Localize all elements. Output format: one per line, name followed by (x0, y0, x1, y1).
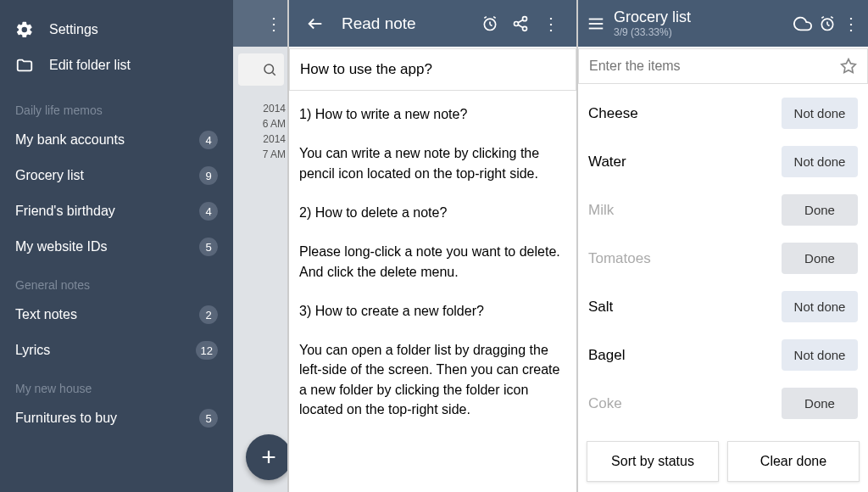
share-icon[interactable] (512, 15, 529, 32)
svg-point-9 (515, 21, 519, 25)
svg-point-8 (523, 16, 527, 20)
add-note-fab[interactable]: + (246, 434, 289, 480)
progress-subtitle: 3/9 (33.33%) (614, 26, 793, 38)
count-badge: 2 (199, 305, 218, 324)
add-item-input[interactable] (589, 59, 840, 74)
footer-buttons: Sort by status Clear done (578, 434, 868, 492)
folder-item[interactable]: Friend's birthday4 (0, 193, 233, 229)
folder-item[interactable]: Text notes2 (0, 297, 233, 333)
more-icon[interactable]: ⋮ (843, 14, 860, 34)
note-body: 1) How to write a new note? You can writ… (289, 92, 576, 431)
count-badge: 5 (199, 409, 218, 428)
section-title: My new house (0, 382, 233, 395)
list-item: CheeseNot done (587, 89, 860, 137)
svg-point-0 (264, 64, 274, 74)
hidden-list-strip: ⋮ 2014 6 AM 2014 7 AM (233, 0, 289, 492)
svg-line-12 (518, 20, 523, 22)
count-badge: 4 (199, 131, 218, 149)
read-note-toolbar: Read note ⋮ (289, 0, 576, 47)
item-label: Coke (588, 395, 622, 412)
svg-line-18 (827, 24, 830, 25)
edit-folder-row[interactable]: Edit folder list (15, 48, 218, 83)
toolbar-title: Read note (342, 14, 475, 33)
svg-line-5 (490, 24, 492, 25)
svg-line-6 (484, 16, 487, 18)
folder-label: My website IDs (15, 239, 107, 254)
cloud-icon[interactable] (793, 14, 812, 33)
section-title: Daily life memos (0, 103, 233, 117)
folder-label: Text notes (15, 307, 77, 322)
svg-line-1 (272, 72, 275, 75)
settings-label: Settings (49, 22, 98, 37)
pane-drawer: ⋮ 2014 6 AM 2014 7 AM Settings (0, 0, 289, 492)
svg-point-10 (523, 26, 527, 31)
folder-label: Friend's birthday (15, 204, 115, 219)
folder-label: Grocery list (15, 168, 84, 183)
sort-button[interactable]: Sort by status (587, 441, 719, 482)
list-item: VinegarNot done (587, 428, 860, 434)
alarm-icon[interactable] (819, 15, 836, 32)
title-block: Grocery list 3/9 (33.33%) (614, 8, 793, 38)
clear-done-button[interactable]: Clear done (727, 441, 860, 482)
status-button[interactable]: Not done (782, 146, 858, 177)
pane-read-note: Read note ⋮ How to use the app? 1) How t… (289, 0, 578, 492)
list-item: CokeDone (587, 379, 860, 428)
folder-icon (15, 56, 34, 75)
svg-line-20 (831, 16, 833, 18)
list-item: WaterNot done (587, 137, 860, 186)
search-icon (262, 62, 277, 77)
count-badge: 5 (199, 238, 218, 256)
drawer-header: Settings Edit folder list (0, 0, 233, 90)
grocery-toolbar: Grocery list 3/9 (33.33%) ⋮ (578, 0, 868, 47)
edit-folder-label: Edit folder list (49, 58, 131, 73)
status-button[interactable]: Not done (782, 339, 858, 371)
hidden-timestamps: 2014 6 AM 2014 7 AM (233, 92, 289, 171)
folder-item[interactable]: Lyrics12 (0, 333, 233, 368)
alarm-icon[interactable] (481, 15, 498, 32)
svg-line-11 (518, 25, 523, 27)
plus-icon: + (261, 443, 276, 472)
folder-label: Furnitures to buy (15, 411, 117, 426)
add-item-row (578, 48, 868, 84)
status-button[interactable]: Not done (782, 98, 858, 129)
grocery-items: CheeseNot doneWaterNot doneMilkDoneTomat… (578, 86, 868, 434)
item-label: Cheese (588, 105, 638, 122)
item-label: Tomatoes (588, 250, 651, 267)
back-icon[interactable] (306, 14, 325, 33)
item-label: Water (588, 154, 626, 171)
page-title: Grocery list (614, 8, 793, 26)
list-item: SaltNot done (587, 282, 860, 331)
status-button[interactable]: Done (782, 194, 858, 226)
pane-grocery: Grocery list 3/9 (33.33%) ⋮ CheeseNot do… (578, 0, 868, 492)
folder-item[interactable]: Furnitures to buy5 (0, 400, 233, 436)
list-item: BagelNot done (587, 331, 860, 379)
more-icon[interactable]: ⋮ (542, 14, 559, 34)
folder-label: Lyrics (15, 343, 50, 358)
item-label: Salt (588, 299, 613, 316)
section-title: General notes (0, 278, 233, 292)
note-title: How to use the app? (289, 48, 576, 91)
svg-line-19 (821, 16, 824, 18)
folder-item[interactable]: Grocery list9 (0, 158, 233, 193)
svg-marker-21 (842, 59, 856, 73)
gear-icon (15, 20, 34, 39)
hidden-topbar: ⋮ (233, 0, 289, 47)
navigation-drawer: Settings Edit folder list Daily life mem… (0, 0, 233, 492)
status-button[interactable]: Done (782, 388, 858, 419)
folder-item[interactable]: My website IDs5 (0, 229, 233, 265)
status-button[interactable]: Done (782, 243, 858, 274)
svg-line-7 (493, 16, 496, 18)
count-badge: 9 (199, 166, 218, 185)
item-label: Bagel (588, 347, 625, 364)
folder-label: My bank accounts (15, 132, 125, 148)
menu-icon[interactable] (587, 14, 605, 33)
item-label: Milk (588, 202, 614, 219)
search-field-partial[interactable] (238, 53, 284, 86)
status-button[interactable]: Not done (782, 291, 858, 322)
star-icon[interactable] (840, 58, 857, 75)
more-icon[interactable]: ⋮ (265, 14, 282, 34)
folder-item[interactable]: My bank accounts4 (0, 122, 233, 158)
list-item: TomatoesDone (587, 234, 860, 282)
settings-row[interactable]: Settings (15, 12, 218, 48)
list-item: MilkDone (587, 186, 860, 234)
